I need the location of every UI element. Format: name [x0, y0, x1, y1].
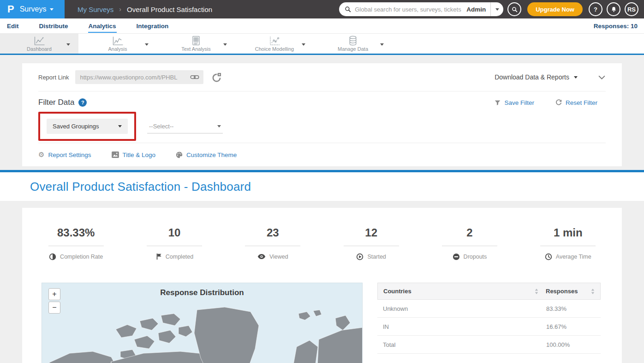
- divider: [540, 246, 596, 246]
- flag-icon: [155, 253, 162, 260]
- reset-filter-label: Reset Filter: [566, 99, 597, 106]
- responses-cell: 16.67%: [546, 323, 595, 330]
- product-switcher-label: Surveys: [20, 5, 47, 13]
- countries-column-header[interactable]: Countries: [383, 288, 411, 295]
- save-filter-button[interactable]: Save Filter: [495, 99, 534, 106]
- toolbar-item-label: Dashboard: [27, 46, 52, 52]
- breadcrumb-parent[interactable]: My Surveys: [78, 6, 113, 13]
- stat-label: Average Time: [556, 254, 591, 260]
- product-switcher[interactable]: Surveys: [20, 5, 54, 13]
- table-row: IN 16.67%: [377, 318, 601, 336]
- saved-groupings-dropdown[interactable]: Saved Groupings: [47, 119, 128, 134]
- chevron-down-icon[interactable]: [223, 43, 227, 46]
- report-settings-label: Report Settings: [48, 151, 91, 158]
- search-scope-dropdown[interactable]: [490, 2, 503, 16]
- global-search[interactable]: Admin: [339, 2, 503, 16]
- stat-label: Completion Rate: [60, 254, 103, 260]
- search-button[interactable]: [507, 2, 521, 16]
- country-cell: Unknown: [383, 305, 546, 312]
- countries-table: Countries Responses Unknown 83.33% IN: [377, 283, 601, 363]
- topbar: P Surveys My Surveys › Overall Product S…: [0, 0, 644, 18]
- questionpro-logo: P: [7, 4, 14, 14]
- stat-viewed: 23 Viewed: [224, 226, 322, 262]
- toolbar-item-label: Manage Data: [338, 46, 368, 52]
- filter-help-icon[interactable]: ?: [78, 98, 87, 107]
- stat-dropouts: 2 Dropouts: [420, 226, 519, 262]
- report-settings-card: Report Link Download Data & Reports: [22, 63, 622, 166]
- toolbar-manage-data[interactable]: Manage Data: [314, 34, 392, 54]
- filter-section: Filter Data ? Save Filter Reset Filter: [38, 91, 606, 143]
- stat-value: 10: [125, 226, 223, 239]
- report-link-input[interactable]: [80, 74, 188, 81]
- breadcrumb-current: Overall Product Satisfaction: [127, 6, 212, 13]
- responses-column-header[interactable]: Responses: [546, 288, 578, 295]
- filter-value-select[interactable]: --Select--: [147, 120, 223, 133]
- toolbar-dashboard[interactable]: Dashboard: [0, 34, 78, 54]
- download-data-reports-menu[interactable]: Download Data & Reports: [495, 73, 578, 81]
- line-chart-icon: [112, 36, 124, 46]
- annotation-highlight-box: Saved Groupings: [38, 112, 136, 141]
- title-logo-button[interactable]: Title & Logo: [112, 151, 156, 158]
- breadcrumb: My Surveys › Overall Product Satisfactio…: [78, 6, 212, 13]
- search-icon: [345, 6, 351, 12]
- document-table-icon: [192, 36, 200, 46]
- responses-cell: 83.33%: [546, 305, 595, 312]
- notifications-button[interactable]: [607, 2, 620, 16]
- eye-icon: [257, 254, 266, 260]
- refresh-icon: [555, 99, 562, 106]
- tab-edit[interactable]: Edit: [6, 19, 19, 33]
- toolbar-item-label: Text Analysis: [181, 46, 211, 52]
- tab-distribute[interactable]: Distribute: [39, 19, 69, 33]
- stat-completed: 10 Completed: [125, 226, 223, 262]
- line-chart-icon: [34, 36, 45, 46]
- help-button[interactable]: ?: [589, 2, 602, 16]
- avatar[interactable]: RS: [625, 2, 638, 16]
- response-distribution-map[interactable]: Response Distribution + −: [42, 283, 363, 363]
- stat-value: 83.33%: [27, 226, 125, 239]
- tab-analytics[interactable]: Analytics: [88, 19, 117, 33]
- divider: [442, 246, 497, 246]
- stat-completion-rate: 83.33% Completion Rate: [27, 226, 125, 262]
- chevron-down-icon[interactable]: [302, 43, 305, 46]
- reset-filter-button[interactable]: Reset Filter: [555, 99, 597, 106]
- divider: [48, 246, 104, 246]
- sort-icon[interactable]: [591, 289, 595, 294]
- minus-circle-icon: [453, 253, 460, 260]
- link-icon[interactable]: [190, 74, 199, 80]
- stat-value: 23: [224, 226, 322, 239]
- search-input[interactable]: [355, 6, 462, 13]
- toolbar-choice-modelling[interactable]: Choice Modelling: [235, 34, 314, 54]
- live-report-button[interactable]: [212, 73, 221, 82]
- chevron-down-icon[interactable]: [66, 43, 70, 46]
- pie-chart-badge-icon: [212, 73, 221, 82]
- breadcrumb-separator: ›: [119, 6, 121, 13]
- zoom-in-button[interactable]: +: [48, 288, 60, 300]
- chevron-down-icon: [217, 125, 221, 127]
- country-cell: IN: [383, 323, 546, 330]
- customize-theme-label: Customize Theme: [186, 151, 237, 158]
- brand-block[interactable]: P Surveys: [0, 0, 65, 18]
- toolbar-item-label: Choice Modelling: [255, 46, 294, 52]
- chevron-down-icon: [50, 8, 54, 11]
- stat-label: Dropouts: [464, 254, 487, 260]
- toolbar-analysis[interactable]: Analysis: [78, 34, 157, 54]
- chevron-down-icon[interactable]: [380, 43, 384, 46]
- stat-value: 2: [420, 226, 519, 239]
- funnel-icon: [495, 100, 501, 106]
- divider: [147, 246, 202, 246]
- customize-theme-button[interactable]: Customize Theme: [176, 151, 237, 158]
- report-settings-button[interactable]: ⚙ Report Settings: [38, 151, 91, 159]
- chevron-down-icon[interactable]: [145, 43, 149, 46]
- sort-icon[interactable]: [535, 289, 538, 294]
- chevron-down-icon: [598, 75, 606, 80]
- stat-value: 1 min: [519, 226, 617, 239]
- report-link-actions: Download Data & Reports: [495, 73, 606, 81]
- report-link-field[interactable]: [75, 70, 203, 84]
- filter-value-placeholder: --Select--: [149, 123, 173, 130]
- collapse-panel-button[interactable]: [598, 75, 606, 80]
- upgrade-now-button[interactable]: Upgrade Now: [527, 2, 583, 16]
- database-icon: [349, 36, 357, 46]
- tab-integration[interactable]: Integration: [136, 19, 169, 33]
- stat-value: 12: [322, 226, 420, 239]
- toolbar-text-analysis[interactable]: Text Analysis: [157, 34, 235, 54]
